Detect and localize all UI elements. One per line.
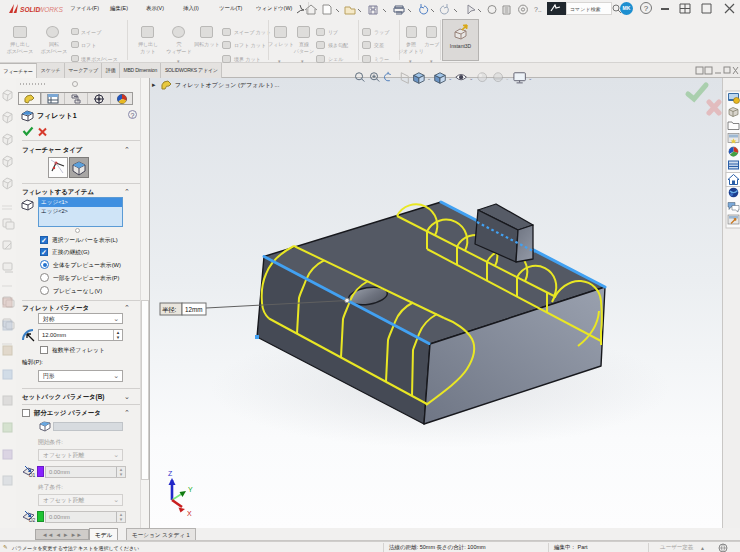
svg-text:D1: D1 <box>29 472 36 478</box>
svg-text:12mm: 12mm <box>185 306 203 313</box>
svg-text:⌄: ⌄ <box>505 75 509 81</box>
svg-text:D2: D2 <box>29 517 36 523</box>
svg-text:⌄: ⌄ <box>448 75 452 81</box>
svg-text:?..: ?.. <box>534 6 542 13</box>
svg-text:半径:: 半径: <box>162 306 177 313</box>
svg-text:⌄: ⌄ <box>528 75 532 81</box>
svg-text:WORKS: WORKS <box>38 6 64 13</box>
svg-text:X: X <box>187 510 192 517</box>
svg-text:Y: Y <box>188 486 193 493</box>
svg-text:Z: Z <box>168 470 173 477</box>
svg-text:⌄: ⌄ <box>427 75 431 81</box>
svg-text:⌄: ⌄ <box>469 75 473 81</box>
